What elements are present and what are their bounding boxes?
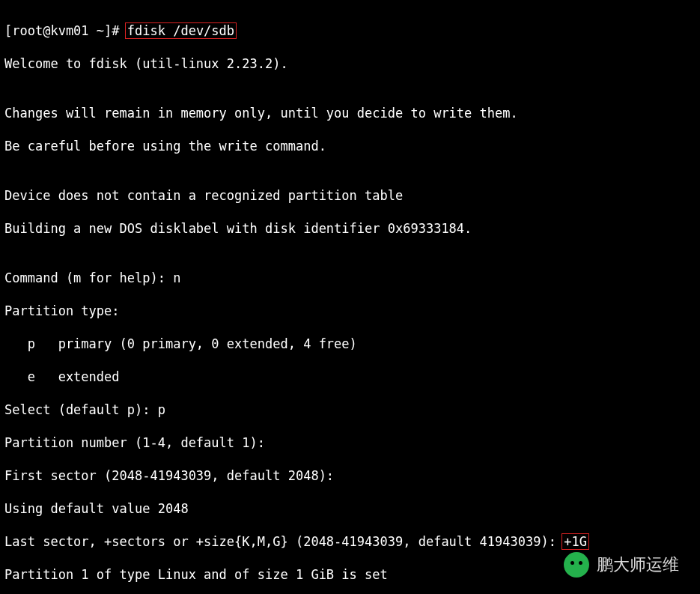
output-line: Device does not contain a recognized par… [4, 187, 696, 204]
prompt-text: [root@kvm01 ~]# [4, 23, 127, 38]
watermark: 鹏大师运维 [564, 552, 679, 578]
output-line: Select (default p): p [4, 401, 696, 418]
output-line: Building a new DOS disklabel with disk i… [4, 220, 696, 237]
output-line: p primary (0 primary, 0 extended, 4 free… [4, 336, 696, 352]
output-line: Partition type: [4, 303, 696, 319]
output-line: Partition number (1-4, default 1): [4, 434, 696, 451]
output-line: Using default value 2048 [4, 500, 696, 517]
prompt-line-1: [root@kvm01 ~]# fdisk /dev/sdb [4, 22, 696, 39]
output-line: Changes will remain in memory only, unti… [4, 105, 696, 121]
output-line: Last sector, +sectors or +size{K,M,G} (2… [4, 533, 696, 550]
output-line: Be careful before using the write comman… [4, 138, 696, 154]
watermark-text: 鹏大师运维 [597, 557, 679, 573]
terminal[interactable]: [root@kvm01 ~]# fdisk /dev/sdb Welcome t… [0, 0, 700, 594]
highlighted-command: fdisk /dev/sdb [125, 22, 237, 39]
wechat-icon [564, 552, 589, 578]
output-line: First sector (2048-41943039, default 204… [4, 467, 696, 484]
last-sector-prefix: Last sector, +sectors or +size{K,M,G} (2… [4, 534, 564, 549]
highlighted-input: +1G [561, 533, 589, 550]
output-line: Welcome to fdisk (util-linux 2.23.2). [4, 55, 696, 72]
output-line: e extended [4, 369, 696, 385]
output-line: Command (m for help): n [4, 270, 696, 286]
